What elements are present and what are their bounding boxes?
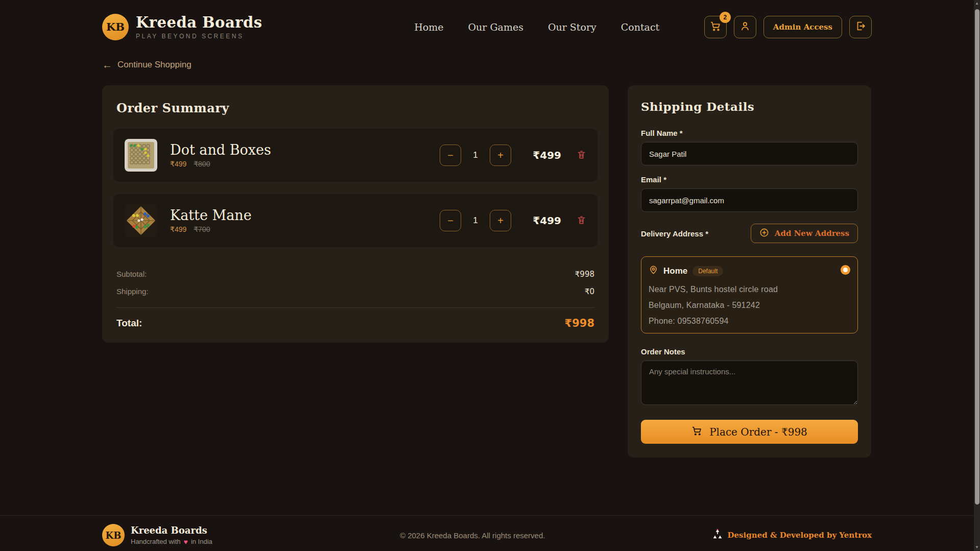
heart-icon: ♥ [184, 538, 188, 546]
default-badge: Default [692, 266, 723, 276]
email-field[interactable] [641, 188, 858, 212]
minus-icon: − [447, 215, 453, 227]
quantity-value: 1 [472, 215, 479, 226]
brand-tagline: PLAY BEYOND SCREENS [136, 33, 262, 40]
total-label: Total: [116, 318, 142, 329]
scroll-down-icon[interactable]: ▼ [974, 544, 980, 551]
place-order-label: Place Order - ₹998 [709, 426, 807, 438]
cart-button[interactable]: 2 [704, 16, 727, 38]
checkout-page: KB Kreeda Boards PLAY BEYOND SCREENS Hom… [0, 0, 974, 551]
address-line-1: Near PVS, Bunts hostel circle road [649, 285, 850, 294]
trash-icon [577, 215, 586, 226]
admin-access-button[interactable]: Admin Access [763, 16, 842, 38]
increase-quantity-button[interactable]: + [490, 210, 511, 231]
shipping-details-title: Shipping Details [641, 100, 858, 113]
plus-circle-icon [759, 228, 769, 239]
address-card-home[interactable]: Home Default Near PVS, Bunts hostel circ… [641, 256, 858, 333]
scroll-up-icon[interactable]: ▲ [974, 0, 980, 7]
footer-brand-name: Kreeda Boards [131, 525, 212, 536]
order-summary-card: Order Summary [102, 85, 609, 343]
main-nav: Home Our Games Our Story Contact [414, 21, 659, 33]
site-header: KB Kreeda Boards PLAY BEYOND SCREENS Hom… [0, 0, 974, 54]
cart-badge: 2 [720, 12, 731, 23]
cart-icon [691, 425, 702, 439]
cart-icon [710, 20, 721, 34]
item-line-total: ₹499 [529, 214, 561, 227]
site-footer: KB Kreeda Boards Handcrafted with ♥ in I… [0, 515, 974, 551]
item-original-price: ₹700 [194, 225, 210, 233]
account-button[interactable] [734, 16, 756, 38]
trash-icon [577, 150, 586, 161]
user-icon [739, 20, 751, 34]
full-name-label: Full Name * [641, 129, 858, 137]
place-order-button[interactable]: Place Order - ₹998 [641, 420, 858, 444]
shipping-label: Shipping: [116, 287, 149, 296]
footer-logo: KB [102, 524, 125, 546]
continue-shopping-link[interactable]: ← Continue Shopping [102, 60, 872, 70]
plus-icon: + [497, 215, 504, 227]
plus-icon: + [497, 150, 504, 161]
continue-shopping-label: Continue Shopping [117, 60, 192, 70]
full-name-field[interactable] [641, 142, 858, 165]
developer-credit-text: Designed & Developed by Yentrox [728, 531, 872, 540]
totals-divider [116, 307, 594, 308]
back-arrow-icon: ← [102, 60, 112, 70]
add-new-address-button[interactable]: Add New Address [751, 224, 858, 243]
address-selected-radio[interactable] [841, 265, 850, 275]
developer-credit[interactable]: Designed & Developed by Yentrox [712, 529, 872, 542]
nav-contact[interactable]: Contact [621, 21, 659, 33]
copyright-text: © 2026 Kreeda Boards. All rights reserve… [400, 531, 545, 540]
brand-logo[interactable]: KB [102, 14, 129, 40]
scrollbar[interactable]: ▲ ▼ [974, 0, 980, 551]
order-summary-title: Order Summary [116, 101, 594, 115]
address-title: Home [663, 266, 687, 276]
total-value: ₹998 [565, 317, 594, 329]
product-image-katte-mane [125, 204, 157, 237]
product-image-dot-and-boxes [125, 139, 157, 172]
address-line-3: Phone: 09538760594 [649, 317, 850, 326]
footer-tagline: Handcrafted with ♥ in India [131, 538, 212, 546]
order-notes-field[interactable] [641, 361, 858, 405]
logout-button[interactable] [849, 16, 872, 38]
nav-our-games[interactable]: Our Games [468, 21, 523, 33]
nav-home[interactable]: Home [414, 21, 443, 33]
item-original-price: ₹800 [194, 160, 210, 168]
item-name: Katte Mane [170, 208, 440, 223]
nav-our-story[interactable]: Our Story [548, 21, 596, 33]
subtotal-label: Subtotal: [116, 270, 147, 279]
logout-icon [855, 20, 866, 34]
item-price: ₹499 [170, 225, 186, 233]
shipping-details-card: Shipping Details Full Name * Email * Del… [628, 85, 871, 458]
delivery-address-label: Delivery Address * [641, 229, 708, 238]
increase-quantity-button[interactable]: + [490, 145, 511, 166]
map-pin-icon [649, 265, 658, 277]
add-new-address-label: Add New Address [775, 229, 849, 238]
yentrox-logo-icon [712, 529, 723, 542]
order-totals: Subtotal: ₹998 Shipping: ₹0 Total: ₹998 [116, 270, 594, 329]
address-line-2: Belgaum, Karnataka - 591242 [649, 301, 850, 310]
shipping-value: ₹0 [585, 287, 594, 296]
cart-item-dot-and-boxes: Dot and Boxes ₹499 ₹800 − 1 + ₹499 [113, 129, 597, 182]
subtotal-value: ₹998 [575, 270, 594, 279]
header-actions: 2 Admin Access [704, 16, 872, 38]
decrease-quantity-button[interactable]: − [440, 210, 461, 231]
scrollbar-thumb[interactable] [975, 9, 979, 505]
quantity-value: 1 [472, 150, 479, 160]
brand[interactable]: KB Kreeda Boards PLAY BEYOND SCREENS [102, 14, 262, 40]
brand-name: Kreeda Boards [136, 14, 262, 31]
decrease-quantity-button[interactable]: − [440, 145, 461, 166]
item-name: Dot and Boxes [170, 142, 440, 158]
remove-item-button[interactable] [577, 215, 586, 226]
item-price: ₹499 [170, 160, 186, 168]
remove-item-button[interactable] [577, 150, 586, 161]
order-notes-label: Order Notes [641, 347, 858, 356]
cart-item-katte-mane: Katte Mane ₹499 ₹700 − 1 + ₹499 [113, 194, 597, 247]
email-label: Email * [641, 175, 858, 184]
minus-icon: − [447, 150, 453, 161]
item-line-total: ₹499 [529, 149, 561, 161]
